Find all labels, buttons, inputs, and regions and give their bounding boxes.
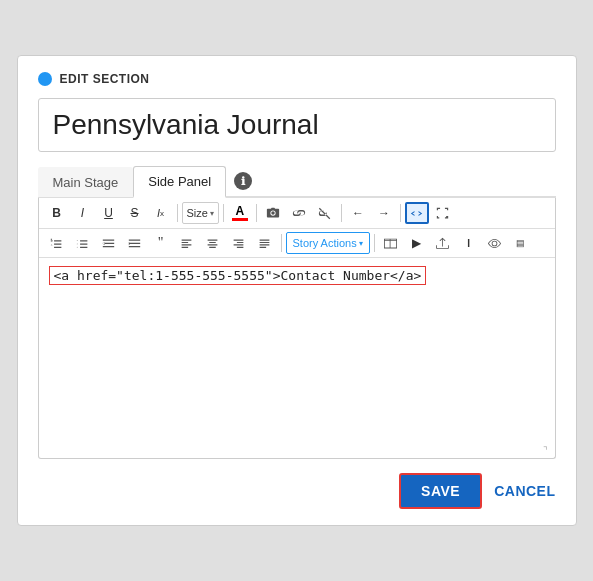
justify-icon <box>258 237 271 250</box>
code-content: <a href="tel:1-555-555-5555">Contact Num… <box>49 266 427 285</box>
align-right-icon <box>232 237 245 250</box>
camera-icon <box>266 206 280 220</box>
tab-side-panel[interactable]: Side Panel <box>133 166 226 198</box>
section-name-input[interactable] <box>38 98 556 152</box>
italic-button[interactable]: I <box>71 202 95 224</box>
modal-header: EDIT SECTION <box>38 72 556 86</box>
undo-button[interactable]: ← <box>346 202 370 224</box>
table-button[interactable] <box>379 232 403 254</box>
source-button[interactable] <box>405 202 429 224</box>
align-center-button[interactable] <box>201 232 225 254</box>
toolbar-separator-1 <box>177 204 178 222</box>
toolbar-row1: B I U S Ix Size ▾ A <box>39 198 555 229</box>
bold-button[interactable]: B <box>45 202 69 224</box>
save-button[interactable]: SAVE <box>399 473 482 509</box>
align-right-button[interactable] <box>227 232 251 254</box>
resize-handle[interactable]: ⌝ <box>543 446 553 456</box>
caption-button[interactable]: ▤ <box>509 232 533 254</box>
modal-footer: SAVE CANCEL <box>38 473 556 509</box>
ordered-list-button[interactable] <box>45 232 69 254</box>
toolbar-separator-3 <box>256 204 257 222</box>
story-actions-label: Story Actions <box>293 237 357 249</box>
toolbar-row2: " <box>39 229 555 258</box>
toolbar-separator-6 <box>281 234 282 252</box>
toolbar-separator-4 <box>341 204 342 222</box>
blue-dot-icon <box>38 72 52 86</box>
increase-indent-icon <box>128 237 141 250</box>
story-actions-dropdown[interactable]: Story Actions ▾ <box>286 232 370 254</box>
hr-button[interactable]: I <box>457 232 481 254</box>
source-code-icon <box>410 207 423 220</box>
unordered-list-icon <box>76 237 89 250</box>
fullscreen-icon <box>436 207 449 220</box>
upload-button[interactable] <box>431 232 455 254</box>
ordered-list-icon <box>50 237 63 250</box>
image-button[interactable] <box>261 202 285 224</box>
preview-button[interactable] <box>483 232 507 254</box>
cancel-button[interactable]: CANCEL <box>494 483 555 499</box>
decrease-indent-icon <box>102 237 115 250</box>
redo-button[interactable]: → <box>372 202 396 224</box>
eye-icon <box>488 237 501 250</box>
font-color-button[interactable]: A <box>228 202 252 224</box>
toolbar-separator-7 <box>374 234 375 252</box>
table-icon <box>384 237 397 250</box>
align-left-icon <box>180 237 193 250</box>
clear-format-button[interactable]: Ix <box>149 202 173 224</box>
tab-main-stage[interactable]: Main Stage <box>38 167 134 197</box>
media-button[interactable]: ▶ <box>405 232 429 254</box>
link-button[interactable] <box>287 202 311 224</box>
increase-indent-button[interactable] <box>123 232 147 254</box>
tab-info-icon[interactable]: ℹ <box>234 172 252 190</box>
align-center-icon <box>206 237 219 250</box>
story-actions-arrow: ▾ <box>359 239 363 248</box>
decrease-indent-button[interactable] <box>97 232 121 254</box>
edit-section-modal: EDIT SECTION Main Stage Side Panel ℹ B I… <box>17 55 577 526</box>
justify-button[interactable] <box>253 232 277 254</box>
unlink-button[interactable] <box>313 202 337 224</box>
unlink-icon <box>318 206 332 220</box>
upload-icon <box>436 237 449 250</box>
strikethrough-button[interactable]: S <box>123 202 147 224</box>
unordered-list-button[interactable] <box>71 232 95 254</box>
underline-button[interactable]: U <box>97 202 121 224</box>
editor-content[interactable]: <a href="tel:1-555-555-5555">Contact Num… <box>39 258 555 458</box>
tabs-bar: Main Stage Side Panel ℹ <box>38 166 556 198</box>
align-left-button[interactable] <box>175 232 199 254</box>
link-icon <box>292 206 306 220</box>
editor-container: B I U S Ix Size ▾ A <box>38 198 556 459</box>
blockquote-button[interactable]: " <box>149 232 173 254</box>
toolbar-separator-2 <box>223 204 224 222</box>
toolbar-separator-5 <box>400 204 401 222</box>
color-bar <box>232 218 248 221</box>
fullscreen-button[interactable] <box>431 202 455 224</box>
modal-title: EDIT SECTION <box>60 72 150 86</box>
font-size-dropdown[interactable]: Size ▾ <box>182 202 219 224</box>
